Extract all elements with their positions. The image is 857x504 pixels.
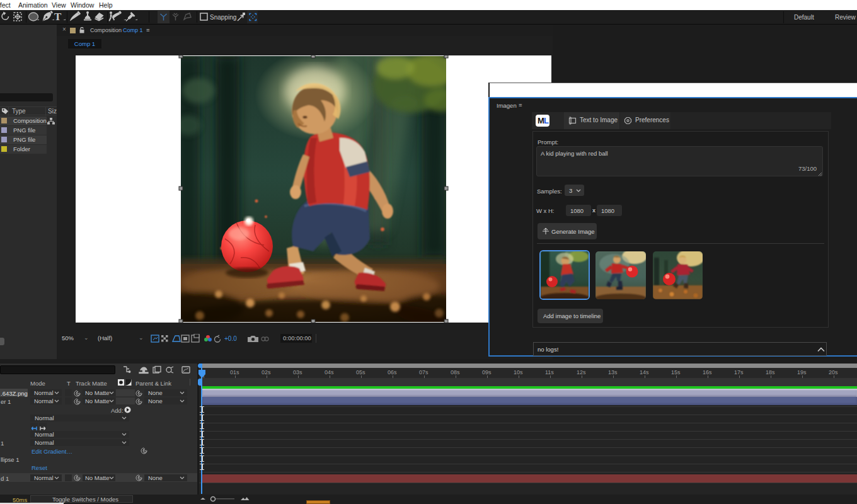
- svg-text:Snapping: Snapping: [210, 14, 236, 21]
- svg-text:+0.0: +0.0: [224, 335, 237, 342]
- svg-text:T: T: [54, 11, 62, 23]
